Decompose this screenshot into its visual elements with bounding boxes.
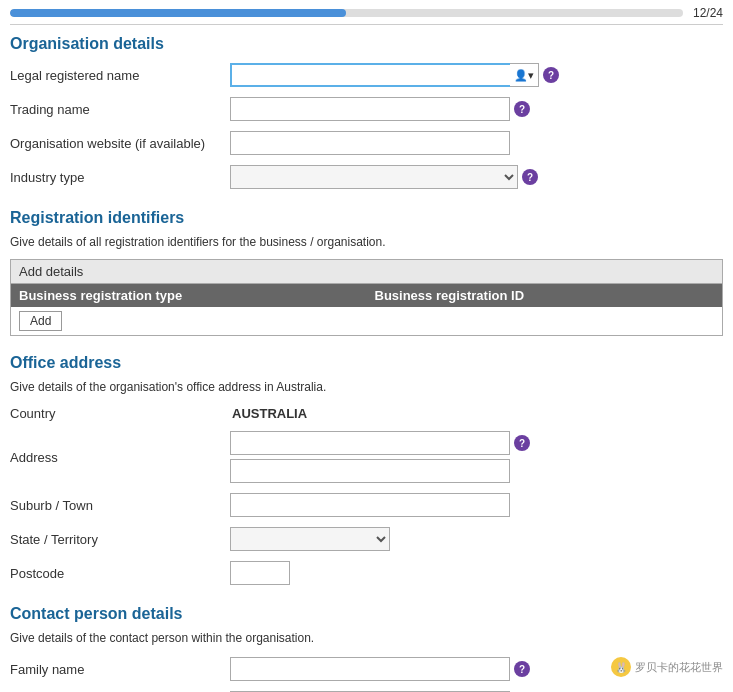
address-help-icon[interactable]: ? — [514, 435, 530, 451]
trading-name-label: Trading name — [10, 102, 230, 117]
state-controls: ACT NSW NT QLD SA TAS VIC WA — [230, 527, 390, 551]
legal-name-help-icon[interactable]: ? — [543, 67, 559, 83]
address-row: Address ? — [10, 429, 723, 485]
country-row: Country AUSTRALIA — [10, 404, 723, 423]
office-address-heading: Office address — [10, 354, 723, 372]
reg-id-body: Add — [11, 307, 722, 335]
trading-name-help-icon[interactable]: ? — [514, 101, 530, 117]
contact-person-subtext: Give details of the contact person withi… — [10, 631, 723, 645]
suburb-row: Suburb / Town — [10, 491, 723, 519]
country-value: AUSTRALIA — [230, 406, 307, 421]
add-details-row: Add details — [11, 260, 722, 284]
family-name-input[interactable] — [230, 657, 510, 681]
legal-name-input[interactable] — [230, 63, 510, 87]
watermark-text: 罗贝卡的花花世界 — [635, 660, 723, 675]
registration-identifiers-heading: Registration identifiers — [10, 209, 723, 227]
state-select[interactable]: ACT NSW NT QLD SA TAS VIC WA — [230, 527, 390, 551]
suburb-label: Suburb / Town — [10, 498, 230, 513]
industry-type-help-icon[interactable]: ? — [522, 169, 538, 185]
trading-name-controls: ? — [230, 97, 530, 121]
address-controls: ? — [230, 431, 530, 483]
family-name-controls: ? — [230, 657, 530, 681]
industry-type-label: Industry type — [10, 170, 230, 185]
contact-person-section: Contact person details Give details of t… — [10, 605, 723, 692]
website-controls — [230, 131, 510, 155]
postcode-row: Postcode — [10, 559, 723, 587]
state-row: State / Territory ACT NSW NT QLD SA TAS … — [10, 525, 723, 553]
top-bar: 12/24 — [10, 0, 723, 25]
contact-person-heading: Contact person details — [10, 605, 723, 623]
trading-name-row: Trading name ? — [10, 95, 723, 123]
watermark-icon: 🐰 — [611, 657, 631, 677]
watermark: 🐰 罗贝卡的花花世界 — [611, 657, 723, 677]
col-id-header: Business registration ID — [367, 284, 723, 307]
suburb-controls — [230, 493, 510, 517]
country-value-wrapper: AUSTRALIA — [230, 406, 307, 421]
address-label: Address — [10, 450, 230, 465]
organisation-details-section: Organisation details Legal registered na… — [10, 35, 723, 191]
website-label: Organisation website (if available) — [10, 136, 230, 151]
family-name-label: Family name — [10, 662, 230, 677]
progress-fill — [10, 9, 346, 17]
progress-bar — [10, 9, 683, 17]
page-counter: 12/24 — [693, 6, 723, 20]
family-name-help-icon[interactable]: ? — [514, 661, 530, 677]
office-address-subtext: Give details of the organisation's offic… — [10, 380, 723, 394]
person-icon[interactable]: 👤▾ — [510, 63, 539, 87]
industry-type-select[interactable] — [230, 165, 518, 189]
add-details-label: Add details — [19, 264, 83, 279]
organisation-details-heading: Organisation details — [10, 35, 723, 53]
registration-id-table: Add details Business registration type B… — [10, 259, 723, 336]
col-type-header: Business registration type — [11, 284, 367, 307]
website-row: Organisation website (if available) — [10, 129, 723, 157]
suburb-input[interactable] — [230, 493, 510, 517]
address-line2-input[interactable] — [230, 459, 510, 483]
postcode-input[interactable] — [230, 561, 290, 585]
add-button[interactable]: Add — [19, 311, 62, 331]
registration-identifiers-subtext: Give details of all registration identif… — [10, 235, 723, 249]
postcode-label: Postcode — [10, 566, 230, 581]
legal-name-row: Legal registered name 👤▾ ? — [10, 61, 723, 89]
legal-name-controls: 👤▾ ? — [230, 63, 559, 87]
postcode-controls — [230, 561, 290, 585]
country-label: Country — [10, 406, 230, 421]
industry-type-row: Industry type ? — [10, 163, 723, 191]
state-label: State / Territory — [10, 532, 230, 547]
registration-identifiers-section: Registration identifiers Give details of… — [10, 209, 723, 336]
industry-type-controls: ? — [230, 165, 538, 189]
legal-name-input-wrapper: 👤▾ — [230, 63, 539, 87]
office-address-section: Office address Give details of the organ… — [10, 354, 723, 587]
trading-name-input[interactable] — [230, 97, 510, 121]
address-line1-input[interactable] — [230, 431, 510, 455]
reg-id-header: Business registration type Business regi… — [11, 284, 722, 307]
website-input[interactable] — [230, 131, 510, 155]
legal-name-label: Legal registered name — [10, 68, 230, 83]
